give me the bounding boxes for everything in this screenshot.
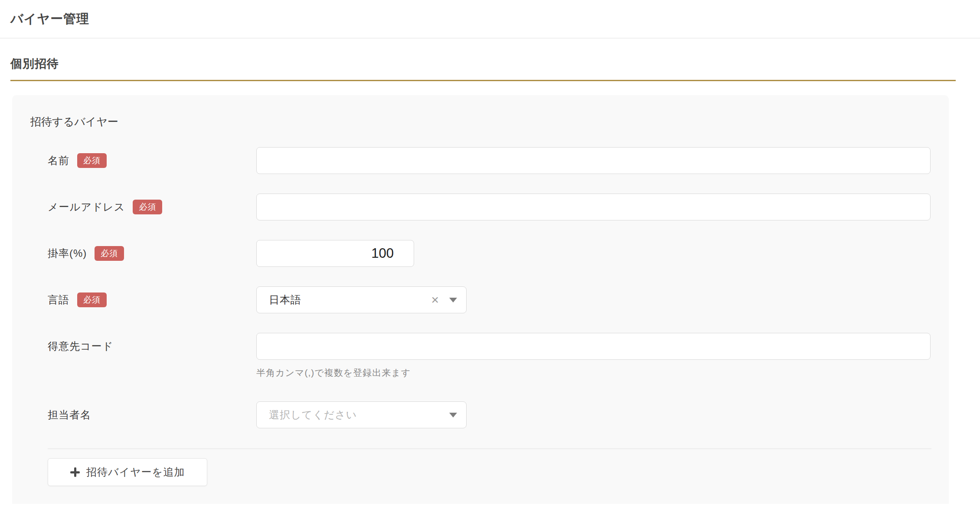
email-label: メールアドレス — [48, 200, 125, 214]
form-row-name: 名前 必須 — [48, 147, 949, 174]
section-heading: 個別招待 — [10, 56, 956, 80]
manager-label-cell: 担当者名 — [48, 401, 256, 428]
chevron-down-icon — [449, 298, 457, 302]
plus-icon — [70, 467, 80, 477]
invite-group-label: 招待するバイヤー — [30, 115, 949, 129]
customer-code-field-stack: 半角カンマ(,)で複数を登録出来ます — [256, 333, 931, 379]
form-row-language: 言語 必須 日本語 × — [48, 286, 949, 313]
customer-code-label-cell: 得意先コード — [48, 333, 256, 360]
chevron-down-icon — [449, 413, 457, 417]
form-row-email: メールアドレス 必須 — [48, 194, 949, 220]
clear-icon[interactable]: × — [431, 293, 439, 306]
page-header: バイヤー管理 — [0, 0, 980, 39]
form-row-manager: 担当者名 選択してください — [48, 401, 949, 428]
rate-label-cell: 掛率(%) 必須 — [48, 240, 256, 267]
name-required-badge: 必須 — [77, 153, 107, 168]
customer-code-input[interactable] — [256, 333, 931, 360]
manager-label: 担当者名 — [48, 408, 91, 422]
name-input[interactable] — [256, 147, 931, 174]
form-row-customer-code: 得意先コード 半角カンマ(,)で複数を登録出来ます — [48, 333, 949, 379]
form-row-rate: 掛率(%) 必須 — [48, 240, 949, 267]
email-label-cell: メールアドレス 必須 — [48, 194, 256, 220]
page-title: バイヤー管理 — [10, 10, 89, 28]
name-label-cell: 名前 必須 — [48, 147, 256, 174]
add-invite-buyer-button[interactable]: 招待バイヤーを追加 — [48, 458, 207, 486]
section-heading-underline: 個別招待 — [10, 39, 956, 81]
rate-input[interactable] — [256, 240, 414, 267]
manager-select-placeholder: 選択してください — [269, 408, 449, 422]
rate-required-badge: 必須 — [95, 246, 124, 261]
rate-label: 掛率(%) — [48, 246, 87, 260]
language-label-cell: 言語 必須 — [48, 286, 256, 313]
language-selected-value: 日本語 — [269, 293, 431, 307]
invite-form-panel: 招待するバイヤー 名前 必須 メールアドレス 必須 掛率(%) 必須 言語 必須… — [12, 95, 949, 504]
customer-code-helper-text: 半角カンマ(,)で複数を登録出来ます — [256, 367, 931, 379]
email-required-badge: 必須 — [133, 200, 162, 214]
panel-divider — [48, 448, 931, 449]
email-input[interactable] — [256, 194, 931, 220]
customer-code-label: 得意先コード — [48, 339, 113, 353]
add-invite-buyer-button-label: 招待バイヤーを追加 — [86, 465, 185, 479]
language-select[interactable]: 日本語 × — [256, 286, 467, 313]
name-label: 名前 — [48, 154, 69, 168]
manager-select[interactable]: 選択してください — [256, 401, 467, 428]
language-label: 言語 — [48, 293, 69, 307]
language-required-badge: 必須 — [77, 292, 107, 307]
